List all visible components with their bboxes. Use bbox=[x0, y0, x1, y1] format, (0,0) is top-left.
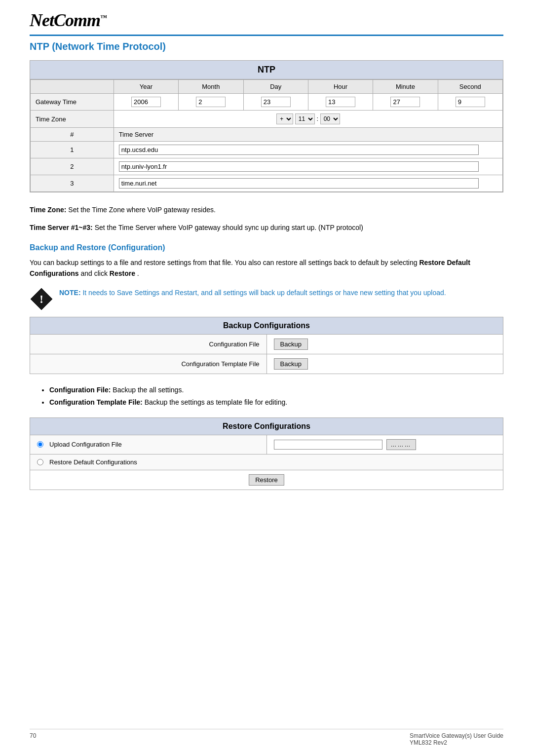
bullet-config-file-text: Backup the all settings. bbox=[113, 386, 184, 394]
server-1-row: 1 bbox=[31, 142, 503, 158]
timezone-sign-select[interactable]: + - bbox=[276, 113, 293, 124]
timezone-label: Time Zone bbox=[31, 111, 114, 128]
col-empty bbox=[31, 80, 114, 94]
col-minute: Minute bbox=[373, 80, 438, 94]
config-file-label: Configuration File bbox=[30, 334, 267, 354]
timezone-desc-label: Time Zone: bbox=[30, 206, 66, 214]
server-2-input[interactable] bbox=[119, 161, 479, 172]
backup-section-title: Backup and Restore (Configuration) bbox=[30, 243, 503, 252]
doc-name: SmartVoice Gateway(s) User Guide bbox=[410, 732, 503, 739]
config-file-row: Configuration File Backup bbox=[30, 334, 503, 354]
timezone-controls: + - 11 00010203 04050607 080910 12 : 00 … bbox=[114, 111, 502, 128]
server-header-row: # Time Server bbox=[31, 128, 503, 142]
server-3-row: 3 bbox=[31, 175, 503, 192]
server-3-num: 3 bbox=[31, 175, 114, 192]
server-1-cell bbox=[114, 142, 502, 158]
page-number: 70 bbox=[30, 732, 36, 746]
restore-button-row: Restore bbox=[30, 470, 503, 490]
gateway-time-label: Gateway Time bbox=[31, 94, 114, 111]
note-text-block: NOTE: It needs to Save Settings and Rest… bbox=[59, 287, 446, 298]
restore-table-title: Restore Configurations bbox=[30, 417, 503, 435]
backup-intro-text3: . bbox=[137, 269, 139, 277]
ntp-box-title: NTP bbox=[30, 61, 503, 79]
bullet-config-template-label: Configuration Template File: bbox=[49, 398, 143, 406]
timezone-description: Time Zone: Set the Time Zone where VoIP … bbox=[30, 204, 503, 215]
gateway-month-cell bbox=[179, 94, 243, 111]
timeserver-desc-text: Set the Time Server where VoIP gateway s… bbox=[95, 224, 363, 231]
bullet-config-template: Configuration Template File: Backup the … bbox=[49, 396, 503, 409]
config-template-control: Backup bbox=[266, 354, 503, 374]
config-template-row: Configuration Template File Backup bbox=[30, 354, 503, 374]
colon-sep: : bbox=[316, 115, 318, 122]
restore-default-label: Restore Default Configurations bbox=[30, 454, 503, 470]
restore-default-radio[interactable] bbox=[37, 459, 43, 465]
bullet-config-file-label: Configuration File: bbox=[49, 386, 111, 394]
timezone-row: Time Zone + - 11 00010203 04050607 08091… bbox=[31, 111, 503, 128]
restore-default-radio-row: Restore Default Configurations bbox=[37, 458, 496, 466]
server-2-row: 2 bbox=[31, 158, 503, 175]
gateway-time-row: Gateway Time bbox=[31, 94, 503, 111]
server-1-input[interactable] bbox=[119, 145, 479, 155]
restore-default-row: Restore Default Configurations bbox=[30, 454, 503, 470]
file-path-input[interactable] bbox=[274, 440, 382, 450]
warning-diamond-icon: ! bbox=[30, 287, 51, 309]
server-2-num: 2 bbox=[31, 158, 114, 175]
server-1-num: 1 bbox=[31, 142, 114, 158]
server-2-cell bbox=[114, 158, 502, 175]
note-content: It needs to Save Settings and Restart, a… bbox=[82, 289, 446, 297]
backup-table-header-row: Backup Configurations bbox=[30, 317, 503, 334]
config-template-label: Configuration Template File bbox=[30, 354, 267, 374]
gateway-year-cell bbox=[114, 94, 178, 111]
col-hour: Hour bbox=[308, 80, 373, 94]
second-input[interactable] bbox=[456, 97, 485, 107]
restore-button[interactable]: Restore bbox=[249, 474, 284, 486]
file-input-area: ……… bbox=[274, 439, 496, 450]
upload-config-control: ……… bbox=[266, 435, 503, 454]
restore-btn-cell: Restore bbox=[30, 470, 503, 490]
file-browse-button[interactable]: ……… bbox=[386, 439, 416, 450]
backup-intro-text1: You can backup settings to a file and re… bbox=[30, 259, 419, 266]
server-3-input[interactable] bbox=[119, 178, 479, 189]
col-second: Second bbox=[438, 80, 502, 94]
upload-config-row: Upload Configuration File ……… bbox=[30, 435, 503, 454]
config-template-backup-button[interactable]: Backup bbox=[274, 358, 308, 370]
timezone-hour-select[interactable]: 11 00010203 04050607 080910 12 bbox=[295, 113, 315, 124]
day-input[interactable] bbox=[261, 97, 291, 107]
config-file-backup-button[interactable]: Backup bbox=[274, 339, 308, 350]
page-footer: 70 SmartVoice Gateway(s) User Guide YML8… bbox=[30, 729, 503, 746]
month-input[interactable] bbox=[196, 97, 226, 107]
upload-config-radio[interactable] bbox=[37, 441, 43, 448]
gateway-second-cell bbox=[438, 94, 502, 111]
config-file-control: Backup bbox=[266, 334, 503, 354]
backup-intro-para: You can backup settings to a file and re… bbox=[30, 257, 503, 279]
gateway-day-cell bbox=[243, 94, 308, 111]
timezone-desc-text: Set the Time Zone where VoIP gateway res… bbox=[68, 206, 216, 214]
page-header: NetComm™ bbox=[30, 10, 503, 36]
backup-config-table: Backup Configurations Configuration File… bbox=[30, 317, 503, 374]
time-server-header: Time Server bbox=[114, 128, 502, 142]
restore-default-text: Restore Default Configurations bbox=[49, 458, 137, 466]
backup-intro-text2: and click bbox=[80, 269, 109, 277]
svg-text:!: ! bbox=[39, 293, 43, 305]
restore-table-header-row: Restore Configurations bbox=[30, 417, 503, 435]
section-title: NTP (Network Time Protocol) bbox=[30, 41, 503, 52]
doc-version: YML832 Rev2 bbox=[410, 739, 447, 746]
server-3-cell bbox=[114, 175, 502, 192]
restore-bold: Restore bbox=[110, 269, 135, 277]
timezone-minute-select[interactable]: 00 15 30 45 bbox=[320, 113, 340, 124]
gateway-minute-cell bbox=[373, 94, 438, 111]
footer-right: SmartVoice Gateway(s) User Guide YML832 … bbox=[410, 732, 503, 746]
upload-radio-row: Upload Configuration File bbox=[37, 441, 260, 448]
year-input[interactable] bbox=[131, 97, 161, 107]
netcomm-logo: NetComm™ bbox=[30, 10, 107, 31]
note-box: ! NOTE: It needs to Save Settings and Re… bbox=[30, 287, 503, 309]
bullet-config-file: Configuration File: Backup the all setti… bbox=[49, 384, 503, 396]
timeserver-description: Time Server #1~#3: Set the Time Server w… bbox=[30, 222, 503, 233]
minute-input[interactable] bbox=[390, 97, 420, 107]
timeserver-desc-label: Time Server #1~#3: bbox=[30, 224, 93, 231]
upload-config-text: Upload Configuration File bbox=[49, 441, 122, 448]
col-year: Year bbox=[114, 80, 178, 94]
backup-bullet-list: Configuration File: Backup the all setti… bbox=[49, 384, 503, 409]
server-hash-header: # bbox=[31, 128, 114, 142]
hour-input[interactable] bbox=[326, 97, 355, 107]
